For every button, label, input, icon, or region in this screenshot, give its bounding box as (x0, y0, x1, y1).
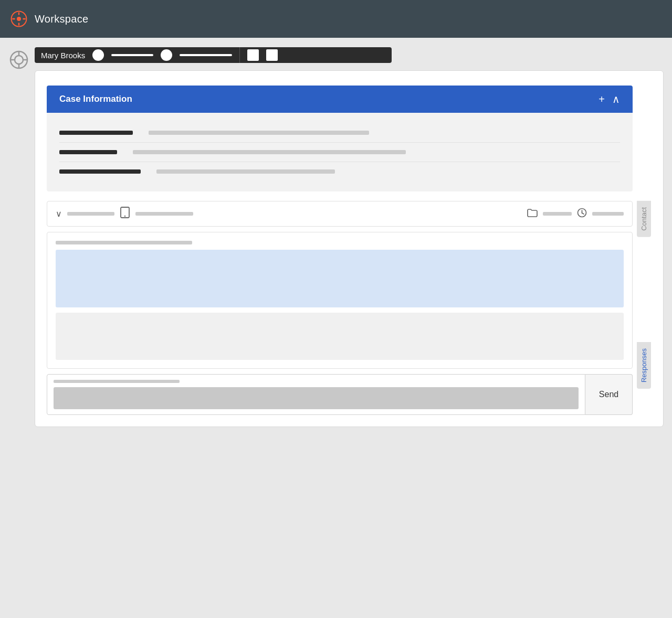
case-info-value-1 (149, 131, 369, 135)
toolbar-chevron-icon[interactable]: ∨ (56, 209, 62, 219)
compose-subheader-bar (56, 241, 192, 244)
svg-point-1 (17, 17, 21, 21)
app-header: Workspace (0, 0, 672, 38)
case-info-value-2 (133, 150, 406, 154)
reply-box (47, 374, 585, 415)
case-info-section: Case Information + ∧ (47, 86, 652, 415)
agent-name: Mary Brooks (41, 51, 85, 60)
toolbar-clock-label (592, 212, 624, 216)
compose-area (47, 232, 633, 369)
send-row: Send (47, 374, 633, 415)
case-info-label-2 (59, 150, 117, 154)
case-info-row-2 (59, 143, 620, 162)
toolbar-folder-label (543, 212, 572, 216)
svg-rect-5 (23, 18, 26, 19)
app-title: Workspace (35, 13, 88, 25)
svg-line-16 (582, 213, 584, 214)
case-info-header: Case Information + ∧ (47, 86, 633, 113)
reply-input-area[interactable] (54, 387, 579, 409)
side-tabs: Contact Responses (633, 86, 652, 389)
agent-bar: Mary Brooks (35, 47, 392, 63)
case-info-value-3 (156, 169, 335, 174)
compose-content-gray (56, 313, 624, 360)
send-button[interactable]: Send (585, 374, 633, 415)
responses-tab-label[interactable]: Responses (637, 342, 651, 389)
compose-content-blue (56, 250, 624, 307)
case-collapse-btn[interactable]: ∧ (612, 94, 620, 104)
toolbar-folder-icon (527, 208, 538, 220)
case-info-row-3 (59, 162, 620, 181)
toolbar-label-2 (135, 212, 193, 216)
contact-tab[interactable]: Contact (636, 201, 652, 237)
reply-top-bar (54, 380, 180, 383)
agent-bar-line-2 (180, 54, 232, 56)
toolbar-clock-icon (577, 208, 587, 220)
agent-status-circle-2 (161, 49, 172, 61)
responses-tab[interactable]: Responses (636, 342, 652, 389)
svg-rect-2 (18, 12, 19, 15)
contact-tab-label[interactable]: Contact (637, 201, 651, 237)
lifesaver-icon (8, 49, 29, 70)
case-info-row-1 (59, 123, 620, 143)
case-info-label-3 (59, 169, 141, 174)
toolbar-label-1 (67, 212, 114, 216)
case-info-label-1 (59, 131, 133, 135)
case-info-body (47, 113, 633, 191)
agent-bar-line-1 (111, 54, 153, 56)
case-info-title: Case Information (59, 94, 132, 104)
case-add-btn[interactable]: + (598, 94, 605, 104)
main-area: Mary Brooks Case Information + (0, 38, 672, 436)
case-header-actions: + ∧ (598, 94, 620, 104)
agent-action-btn-2[interactable] (266, 49, 278, 61)
case-info-card: Case Information + ∧ (47, 86, 633, 191)
toolbar-row: ∨ (47, 201, 633, 227)
agent-status-circle-1 (92, 49, 104, 61)
svg-rect-3 (18, 23, 19, 26)
svg-point-7 (15, 56, 23, 64)
toolbar-tablet-icon (120, 207, 130, 221)
svg-rect-4 (12, 18, 15, 19)
svg-point-13 (124, 216, 125, 217)
agent-bar-divider (239, 47, 240, 63)
agent-action-btn-1[interactable] (247, 49, 259, 61)
main-card: Case Information + ∧ (35, 70, 664, 427)
hubspot-logo (9, 9, 28, 28)
